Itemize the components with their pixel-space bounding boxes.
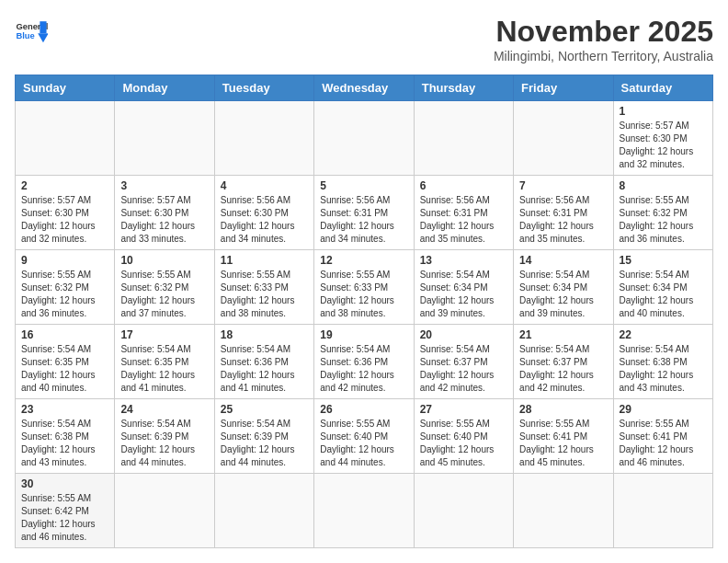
day-info: Sunrise: 5:54 AM Sunset: 6:37 PM Dayligh… [519, 343, 607, 395]
day-number: 5 [320, 179, 407, 192]
calendar-cell: 18Sunrise: 5:54 AM Sunset: 6:36 PM Dayli… [214, 325, 313, 399]
calendar-cell: 21Sunrise: 5:54 AM Sunset: 6:37 PM Dayli… [514, 325, 613, 399]
calendar-cell: 28Sunrise: 5:55 AM Sunset: 6:41 PM Dayli… [514, 399, 613, 474]
day-number: 7 [519, 179, 607, 192]
calendar-cell: 2Sunrise: 5:57 AM Sunset: 6:30 PM Daylig… [16, 176, 115, 250]
calendar-cell: 3Sunrise: 5:57 AM Sunset: 6:30 PM Daylig… [115, 176, 214, 250]
calendar-cell: 10Sunrise: 5:55 AM Sunset: 6:32 PM Dayli… [115, 250, 214, 325]
day-info: Sunrise: 5:55 AM Sunset: 6:40 PM Dayligh… [320, 418, 407, 469]
day-info: Sunrise: 5:54 AM Sunset: 6:34 PM Dayligh… [519, 269, 607, 320]
day-number: 2 [21, 179, 108, 192]
day-number: 4 [221, 179, 308, 192]
day-number: 19 [320, 328, 407, 341]
day-number: 16 [21, 328, 108, 341]
day-info: Sunrise: 5:54 AM Sunset: 6:34 PM Dayligh… [620, 269, 707, 320]
col-header-saturday: Saturday [613, 75, 712, 101]
day-number: 6 [420, 179, 507, 192]
page-header: General Blue November 2025 Milingimbi, N… [15, 15, 713, 63]
calendar-cell: 30Sunrise: 5:55 AM Sunset: 6:42 PM Dayli… [16, 474, 115, 548]
calendar-cell: 25Sunrise: 5:54 AM Sunset: 6:39 PM Dayli… [214, 399, 313, 474]
svg-text:Blue: Blue [16, 31, 34, 40]
day-number: 30 [21, 477, 108, 490]
day-info: Sunrise: 5:55 AM Sunset: 6:33 PM Dayligh… [221, 269, 308, 320]
calendar-cell: 4Sunrise: 5:56 AM Sunset: 6:30 PM Daylig… [214, 176, 313, 250]
calendar-cell: 14Sunrise: 5:54 AM Sunset: 6:34 PM Dayli… [514, 250, 613, 325]
calendar-cell: 16Sunrise: 5:54 AM Sunset: 6:35 PM Dayli… [16, 325, 115, 399]
day-number: 28 [519, 403, 607, 416]
day-number: 24 [120, 403, 208, 416]
calendar-cell: 22Sunrise: 5:54 AM Sunset: 6:38 PM Dayli… [613, 325, 712, 399]
calendar-week-row: 9Sunrise: 5:55 AM Sunset: 6:32 PM Daylig… [16, 250, 713, 325]
day-number: 21 [519, 328, 607, 341]
logo: General Blue [15, 15, 48, 48]
calendar-week-row: 23Sunrise: 5:54 AM Sunset: 6:38 PM Dayli… [16, 399, 713, 474]
calendar-cell: 7Sunrise: 5:56 AM Sunset: 6:31 PM Daylig… [514, 176, 613, 250]
day-number: 27 [420, 403, 507, 416]
calendar-week-row: 16Sunrise: 5:54 AM Sunset: 6:35 PM Dayli… [16, 325, 713, 399]
day-info: Sunrise: 5:54 AM Sunset: 6:38 PM Dayligh… [21, 418, 108, 469]
logo-icon: General Blue [15, 15, 48, 48]
day-info: Sunrise: 5:56 AM Sunset: 6:30 PM Dayligh… [221, 194, 308, 246]
calendar-cell: 20Sunrise: 5:54 AM Sunset: 6:37 PM Dayli… [414, 325, 513, 399]
calendar-cell [214, 474, 313, 548]
day-number: 9 [21, 254, 108, 267]
col-header-tuesday: Tuesday [214, 75, 313, 101]
day-info: Sunrise: 5:54 AM Sunset: 6:38 PM Dayligh… [620, 343, 707, 395]
col-header-friday: Friday [514, 75, 613, 101]
col-header-monday: Monday [115, 75, 214, 101]
calendar-header-row: SundayMondayTuesdayWednesdayThursdayFrid… [16, 75, 713, 101]
day-number: 20 [420, 328, 507, 341]
calendar-cell: 23Sunrise: 5:54 AM Sunset: 6:38 PM Dayli… [16, 399, 115, 474]
day-info: Sunrise: 5:56 AM Sunset: 6:31 PM Dayligh… [420, 194, 507, 246]
day-info: Sunrise: 5:54 AM Sunset: 6:36 PM Dayligh… [221, 343, 308, 395]
calendar-cell [414, 474, 513, 548]
calendar-cell: 15Sunrise: 5:54 AM Sunset: 6:34 PM Dayli… [613, 250, 712, 325]
title-area: November 2025 Milingimbi, Northern Terri… [494, 15, 713, 63]
col-header-thursday: Thursday [414, 75, 513, 101]
calendar-cell: 5Sunrise: 5:56 AM Sunset: 6:31 PM Daylig… [314, 176, 414, 250]
col-header-wednesday: Wednesday [314, 75, 414, 101]
day-info: Sunrise: 5:54 AM Sunset: 6:35 PM Dayligh… [21, 343, 108, 395]
svg-marker-3 [38, 33, 48, 42]
calendar-cell: 17Sunrise: 5:54 AM Sunset: 6:35 PM Dayli… [115, 325, 214, 399]
day-info: Sunrise: 5:57 AM Sunset: 6:30 PM Dayligh… [620, 120, 707, 171]
day-info: Sunrise: 5:54 AM Sunset: 6:39 PM Dayligh… [221, 418, 308, 469]
day-info: Sunrise: 5:55 AM Sunset: 6:40 PM Dayligh… [420, 418, 507, 469]
calendar-week-row: 30Sunrise: 5:55 AM Sunset: 6:42 PM Dayli… [16, 474, 713, 548]
location-subtitle: Milingimbi, Northern Territory, Australi… [494, 49, 713, 63]
calendar-cell: 1Sunrise: 5:57 AM Sunset: 6:30 PM Daylig… [613, 101, 712, 176]
calendar-week-row: 2Sunrise: 5:57 AM Sunset: 6:30 PM Daylig… [16, 176, 713, 250]
day-info: Sunrise: 5:57 AM Sunset: 6:30 PM Dayligh… [120, 194, 208, 246]
calendar-cell: 29Sunrise: 5:55 AM Sunset: 6:41 PM Dayli… [613, 399, 712, 474]
calendar-cell: 12Sunrise: 5:55 AM Sunset: 6:33 PM Dayli… [314, 250, 414, 325]
calendar-cell [115, 101, 214, 176]
day-info: Sunrise: 5:56 AM Sunset: 6:31 PM Dayligh… [519, 194, 607, 246]
calendar-cell [115, 474, 214, 548]
day-number: 15 [620, 254, 707, 267]
calendar-cell: 27Sunrise: 5:55 AM Sunset: 6:40 PM Dayli… [414, 399, 513, 474]
day-number: 14 [519, 254, 607, 267]
day-number: 3 [120, 179, 208, 192]
calendar-cell: 11Sunrise: 5:55 AM Sunset: 6:33 PM Dayli… [214, 250, 313, 325]
day-info: Sunrise: 5:54 AM Sunset: 6:37 PM Dayligh… [420, 343, 507, 395]
calendar-cell: 24Sunrise: 5:54 AM Sunset: 6:39 PM Dayli… [115, 399, 214, 474]
calendar-cell: 9Sunrise: 5:55 AM Sunset: 6:32 PM Daylig… [16, 250, 115, 325]
day-info: Sunrise: 5:54 AM Sunset: 6:35 PM Dayligh… [120, 343, 208, 395]
day-number: 26 [320, 403, 407, 416]
calendar-week-row: 1Sunrise: 5:57 AM Sunset: 6:30 PM Daylig… [16, 101, 713, 176]
day-number: 23 [21, 403, 108, 416]
day-number: 22 [620, 328, 707, 341]
svg-marker-2 [40, 21, 46, 33]
calendar-cell [414, 101, 513, 176]
day-info: Sunrise: 5:55 AM Sunset: 6:32 PM Dayligh… [21, 269, 108, 320]
day-info: Sunrise: 5:55 AM Sunset: 6:41 PM Dayligh… [620, 418, 707, 469]
calendar-cell [514, 101, 613, 176]
calendar-table: SundayMondayTuesdayWednesdayThursdayFrid… [15, 75, 713, 548]
day-info: Sunrise: 5:55 AM Sunset: 6:41 PM Dayligh… [519, 418, 607, 469]
calendar-cell: 6Sunrise: 5:56 AM Sunset: 6:31 PM Daylig… [414, 176, 513, 250]
calendar-cell: 8Sunrise: 5:55 AM Sunset: 6:32 PM Daylig… [613, 176, 712, 250]
calendar-cell [514, 474, 613, 548]
calendar-cell [613, 474, 712, 548]
day-number: 11 [221, 254, 308, 267]
calendar-cell: 19Sunrise: 5:54 AM Sunset: 6:36 PM Dayli… [314, 325, 414, 399]
